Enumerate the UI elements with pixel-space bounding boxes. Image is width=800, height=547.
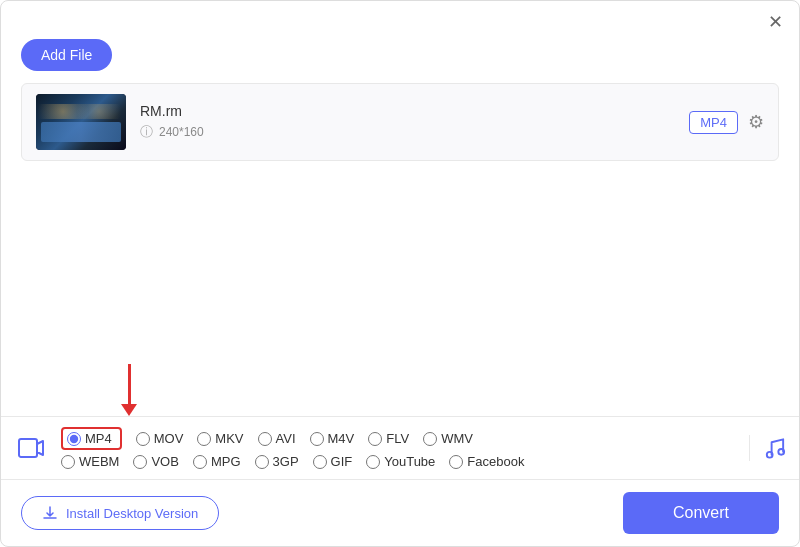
arrow-shaft — [128, 364, 131, 404]
format-avi[interactable]: AVI — [258, 431, 296, 446]
format-gif[interactable]: GIF — [313, 454, 353, 469]
thumbnail-lights — [36, 104, 126, 119]
video-format-icon[interactable] — [1, 434, 61, 462]
close-button[interactable]: ✕ — [768, 13, 783, 31]
file-name: RM.rm — [140, 103, 675, 119]
file-actions: MP4 ⚙ — [689, 111, 764, 134]
format-wmv-label: WMV — [441, 431, 473, 446]
convert-button[interactable]: Convert — [623, 492, 779, 534]
format-facebook-label: Facebook — [467, 454, 524, 469]
main-window: ✕ Add File RM.rm ⓘ 240*160 MP4 ⚙ — [0, 0, 800, 547]
format-row-2: WEBM VOB MPG 3GP GIF — [61, 454, 749, 469]
format-flv-label: FLV — [386, 431, 409, 446]
format-youtube-label: YouTube — [384, 454, 435, 469]
format-mp4-label: MP4 — [85, 431, 112, 446]
thumbnail-bridge — [41, 122, 121, 142]
svg-point-1 — [767, 452, 773, 458]
svg-point-2 — [778, 449, 784, 455]
arrow-head — [121, 404, 137, 416]
format-mov[interactable]: MOV — [136, 431, 184, 446]
file-resolution: 240*160 — [159, 125, 204, 139]
format-options: MP4 MOV MKV AVI M4V — [61, 427, 749, 469]
install-label: Install Desktop Version — [66, 506, 198, 521]
thumbnail-image — [36, 94, 126, 150]
format-mp4[interactable]: MP4 — [61, 427, 122, 450]
format-3gp[interactable]: 3GP — [255, 454, 299, 469]
info-icon: ⓘ — [140, 123, 153, 141]
format-gif-label: GIF — [331, 454, 353, 469]
settings-button[interactable]: ⚙ — [748, 111, 764, 133]
download-icon — [42, 505, 58, 521]
format-3gp-label: 3GP — [273, 454, 299, 469]
title-bar: ✕ — [1, 1, 799, 39]
svg-rect-0 — [19, 439, 37, 457]
bottom-bar: Install Desktop Version Convert — [1, 479, 799, 546]
format-mpg[interactable]: MPG — [193, 454, 241, 469]
format-panel: MP4 MOV MKV AVI M4V — [1, 416, 799, 479]
file-list: RM.rm ⓘ 240*160 MP4 ⚙ — [21, 83, 779, 161]
format-row-1: MP4 MOV MKV AVI M4V — [61, 427, 749, 450]
format-webm[interactable]: WEBM — [61, 454, 119, 469]
file-meta: ⓘ 240*160 — [140, 123, 675, 141]
format-flv[interactable]: FLV — [368, 431, 409, 446]
format-vob[interactable]: VOB — [133, 454, 178, 469]
file-thumbnail — [36, 94, 126, 150]
format-mov-label: MOV — [154, 431, 184, 446]
format-m4v-label: M4V — [328, 431, 355, 446]
music-format-icon[interactable] — [749, 435, 799, 461]
format-facebook[interactable]: Facebook — [449, 454, 524, 469]
format-mpg-label: MPG — [211, 454, 241, 469]
format-badge[interactable]: MP4 — [689, 111, 738, 134]
file-info: RM.rm ⓘ 240*160 — [140, 103, 675, 141]
format-mkv[interactable]: MKV — [197, 431, 243, 446]
format-mkv-label: MKV — [215, 431, 243, 446]
install-desktop-button[interactable]: Install Desktop Version — [21, 496, 219, 530]
toolbar: Add File — [1, 39, 799, 83]
format-wmv[interactable]: WMV — [423, 431, 473, 446]
format-youtube[interactable]: YouTube — [366, 454, 435, 469]
format-vob-label: VOB — [151, 454, 178, 469]
format-m4v[interactable]: M4V — [310, 431, 355, 446]
format-avi-label: AVI — [276, 431, 296, 446]
add-file-button[interactable]: Add File — [21, 39, 112, 71]
arrow-annotation — [121, 364, 137, 416]
file-item: RM.rm ⓘ 240*160 MP4 ⚙ — [22, 84, 778, 160]
format-webm-label: WEBM — [79, 454, 119, 469]
